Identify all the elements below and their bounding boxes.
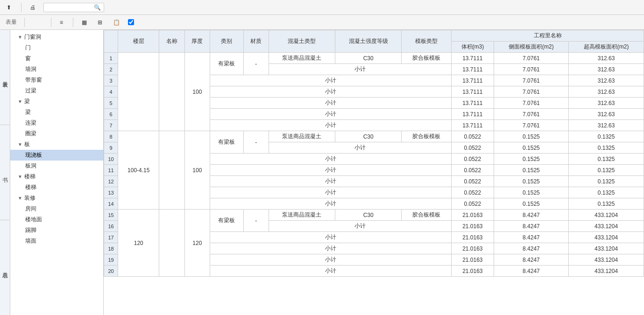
row-num-cell: 14 (104, 198, 118, 210)
select-engineering-button[interactable]: ⊞ (95, 18, 106, 27)
side-cell: 8.4247 (494, 210, 569, 221)
row-num-cell: 18 (104, 243, 118, 254)
subtotal-label-cell: 小计 (210, 243, 451, 254)
show-room-checkbox-label[interactable] (128, 19, 135, 25)
row-num-cell: 13 (104, 187, 118, 198)
sidebar-item-slab-hole[interactable]: 板洞 (10, 161, 103, 171)
row-num-cell: 3 (104, 75, 118, 86)
high-cell: 0.1325 (569, 187, 644, 198)
sidebar-item-wall-surface[interactable]: 墙面 (10, 236, 103, 246)
search-input[interactable] (47, 4, 94, 11)
volume-cell: 13.7111 (452, 120, 494, 131)
side-cell: 8.4247 (494, 254, 569, 266)
volume-cell: 21.0163 (452, 232, 494, 243)
separator-2 (24, 18, 25, 27)
category-cell: 有梁板 (210, 53, 243, 75)
sidebar-item-wall-hole[interactable]: 墙洞 (10, 64, 103, 75)
set-category-button[interactable]: ▦ (79, 18, 91, 27)
high-cell: 0.1325 (569, 154, 644, 165)
content-area[interactable]: 楼层 名称 厚度 类别 材质 混凝土类型 混凝土强度等级 模板类型 工程里名称 … (104, 30, 644, 315)
sidebar-section-door-window-label: 门窗洞 (24, 33, 41, 41)
sidebar-item-skirting[interactable]: 踢脚 (10, 225, 103, 236)
side-cell: 7.0761 (494, 86, 569, 98)
print-preview-button[interactable]: 🖨 (27, 3, 40, 12)
high-cell: 0.1325 (569, 142, 644, 154)
high-cell: 312.63 (569, 109, 644, 120)
sidebar-section-decoration[interactable]: ▼ 装修 (10, 193, 103, 203)
sidebar: ▼ 门窗洞 门 窗 墙洞 带形窗 过梁 ▼ 梁 梁 连梁 圈梁 ▼ 板 现浇板 … (10, 30, 104, 315)
row-num-cell: 5 (104, 98, 118, 109)
volume-cell: 13.7111 (452, 75, 494, 86)
high-cell: 433.1204 (569, 266, 644, 277)
search-icon: 🔍 (94, 4, 101, 11)
label-book: 书 (0, 125, 10, 220)
show-room-checkbox[interactable] (128, 19, 134, 25)
sidebar-item-tie-beam[interactable]: 连梁 (10, 118, 103, 128)
subtotal-label-cell: 小计 (210, 232, 451, 243)
subtotal-label-cell: 小计 (210, 187, 451, 198)
sidebar-item-door[interactable]: 门 (10, 42, 103, 53)
side-cell: 8.4247 (494, 243, 569, 254)
volume-cell: 13.7111 (452, 98, 494, 109)
collapse-all-button[interactable] (40, 21, 45, 23)
volume-cell: 13.7111 (452, 109, 494, 120)
col-rownum (104, 30, 118, 53)
row-num-cell: 2 (104, 64, 118, 75)
arrow-stair: ▼ (18, 174, 22, 179)
col-concrete-type: 混凝土类型 (269, 30, 335, 53)
arrow-door-window: ▼ (18, 35, 22, 40)
search-box: 🔍 (43, 3, 104, 12)
side-cell: 7.0761 (494, 120, 569, 131)
material-cell: - (243, 53, 269, 75)
subtotal-label-cell: 小计 (210, 154, 451, 165)
main-container: 表量 书 总表 ▼ 门窗洞 门 窗 墙洞 带形窗 过梁 ▼ 梁 梁 连梁 圈梁 … (0, 30, 644, 315)
side-cell: 0.1525 (494, 142, 569, 154)
list-engineering-button[interactable]: ≡ (57, 18, 67, 27)
high-cell: 312.63 (569, 86, 644, 98)
formwork-cell: 胶合板模板 (402, 210, 452, 221)
export-icon: ⬆ (7, 4, 11, 11)
data-table: 楼层 名称 厚度 类别 材质 混凝土类型 混凝土强度等级 模板类型 工程里名称 … (104, 30, 644, 277)
sidebar-item-lintel[interactable]: 过梁 (10, 85, 103, 96)
sidebar-item-beam[interactable]: 梁 (10, 107, 103, 118)
volume-cell: 0.0522 (452, 142, 494, 154)
floor-cell: 100-4.15 (118, 131, 159, 210)
volume-cell: 21.0163 (452, 254, 494, 266)
select-icon: ⊞ (98, 19, 102, 26)
feature-add-button[interactable] (108, 7, 113, 8)
sidebar-item-ring-beam[interactable]: 圈梁 (10, 128, 103, 139)
subtotal-label-cell: 小计 (210, 254, 451, 266)
side-cell: 0.1525 (494, 154, 569, 165)
high-cell: 433.1204 (569, 243, 644, 254)
set-batch-button[interactable]: 📋 (110, 18, 124, 27)
sidebar-item-strip-window[interactable]: 带形窗 (10, 75, 103, 85)
separator-1 (21, 3, 21, 12)
list-icon: ≡ (60, 19, 63, 26)
high-cell: 433.1204 (569, 232, 644, 243)
sidebar-item-room[interactable]: 房间 (10, 203, 103, 214)
subtotal-label-cell: 小计 (269, 221, 451, 232)
print-icon: 🖨 (30, 4, 35, 11)
material-cell: - (243, 131, 269, 154)
sidebar-section-stair[interactable]: ▼ 楼梯 (10, 171, 103, 182)
category-cell: 有梁板 (210, 131, 243, 154)
expand-all-button[interactable] (30, 21, 36, 23)
sidebar-section-slab[interactable]: ▼ 板 (10, 139, 103, 150)
sidebar-item-cast-slab[interactable]: 现浇板 (10, 150, 103, 161)
volume-cell: 0.0522 (452, 198, 494, 210)
subtotal-label-cell: 小计 (269, 64, 451, 75)
sidebar-section-beam[interactable]: ▼ 梁 (10, 96, 103, 107)
separator-4 (73, 18, 73, 27)
sidebar-item-floor[interactable]: 楼地面 (10, 214, 103, 225)
volume-cell: 0.0522 (452, 165, 494, 176)
sidebar-item-stair[interactable]: 楼梯 (10, 182, 103, 193)
separator-3 (51, 18, 51, 27)
volume-cell: 0.0522 (452, 154, 494, 165)
sidebar-section-door-window[interactable]: ▼ 门窗洞 (10, 32, 103, 42)
side-cell: 8.4247 (494, 266, 569, 277)
high-cell: 312.63 (569, 98, 644, 109)
sidebar-item-window[interactable]: 窗 (10, 53, 103, 64)
side-cell: 0.1525 (494, 131, 569, 142)
export-button[interactable]: ⬆ (4, 3, 15, 12)
formwork-cell: 胶合板模板 (402, 53, 452, 64)
